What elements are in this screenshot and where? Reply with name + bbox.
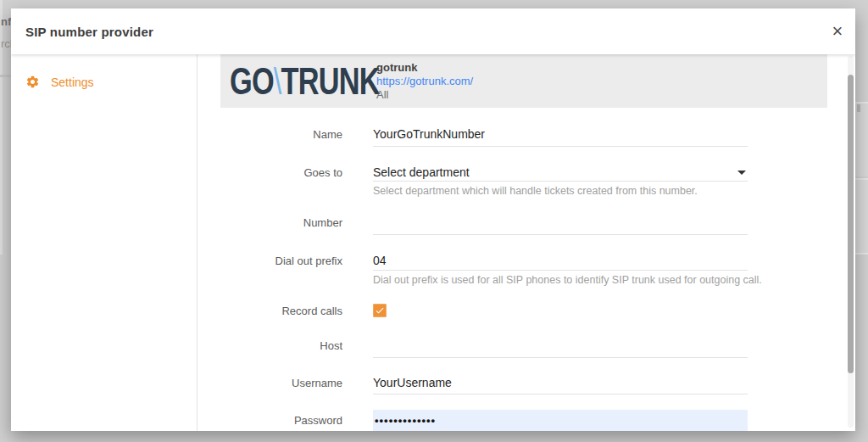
backdrop-row: [855, 180, 868, 253]
chevron-down-icon: [737, 171, 746, 175]
dial-out-prefix-input-underline: [373, 270, 748, 271]
sidebar-item-settings[interactable]: Settings: [11, 75, 197, 89]
username-input-underline: [373, 394, 748, 394]
username-input[interactable]: YourUsername: [373, 376, 748, 389]
dial-out-prefix-helper-text: Dial out prefix is used for all SIP phon…: [373, 274, 814, 286]
number-field-label: Number: [198, 216, 342, 229]
logo-go: GO: [230, 60, 274, 102]
goes-to-selected-value: Select department: [373, 165, 470, 179]
password-input[interactable]: •••••••••••••: [373, 410, 748, 431]
name-field-label: Name: [198, 128, 342, 141]
scrollbar-thumb[interactable]: [848, 75, 854, 373]
goes-to-field-label: Goes to: [198, 166, 342, 179]
sidebar-item-label: Settings: [51, 76, 94, 89]
dialog-title: SIP number provider: [25, 25, 153, 39]
name-input-underline: [373, 146, 748, 147]
logo-trunk: TRUNK: [281, 60, 380, 102]
backdrop-sort-icon: [857, 104, 860, 112]
record-calls-checkbox[interactable]: [373, 304, 387, 317]
check-icon: [375, 305, 385, 316]
close-button[interactable]: ×: [825, 19, 850, 44]
goes-to-helper-text: Select department which will handle tick…: [373, 185, 814, 197]
provider-info: gotrunk https://gotrunk.com/ All: [376, 61, 473, 102]
dialog-sidebar: Settings: [11, 54, 198, 431]
password-field-label: Password: [198, 414, 342, 427]
dial-out-prefix-field-label: Dial out prefix: [198, 255, 342, 267]
dialog-content: GO\TRUNK gotrunk https://gotrunk.com/ Al…: [198, 54, 855, 431]
goes-to-select-underline: [373, 181, 748, 182]
provider-header: GO\TRUNK gotrunk https://gotrunk.com/ Al…: [220, 54, 827, 108]
screen: nfig rch SIP number provider × Settings: [0, 0, 868, 442]
provider-visibility: All: [376, 88, 473, 102]
name-input[interactable]: YourGoTrunkNumber: [373, 127, 748, 141]
dialog-titlebar: SIP number provider ×: [11, 8, 855, 54]
backdrop-divider: [0, 75, 11, 77]
host-field-label: Host: [198, 339, 342, 352]
sip-number-provider-dialog: SIP number provider × Settings GO\TRUNK: [11, 8, 855, 431]
password-masked-value: •••••••••••••: [373, 410, 748, 426]
logo-slash: \: [274, 60, 281, 102]
dialog-body: Settings GO\TRUNK gotrunk https://gotrun…: [11, 54, 855, 431]
goes-to-select[interactable]: Select department: [373, 165, 748, 179]
backdrop-row-line: [855, 253, 868, 255]
provider-url-link[interactable]: https://gotrunk.com/: [376, 75, 473, 88]
backdrop-row: [855, 104, 868, 176]
gotrunk-logo: GO\TRUNK: [230, 60, 380, 103]
number-input-underline: [373, 234, 748, 235]
gear-icon: [25, 75, 40, 89]
provider-name: gotrunk: [376, 61, 473, 75]
username-field-label: Username: [198, 377, 342, 389]
close-icon: ×: [832, 22, 843, 41]
host-input-underline: [373, 357, 748, 358]
record-calls-field-label: Record calls: [198, 305, 342, 317]
dial-out-prefix-input[interactable]: 04: [373, 254, 748, 267]
